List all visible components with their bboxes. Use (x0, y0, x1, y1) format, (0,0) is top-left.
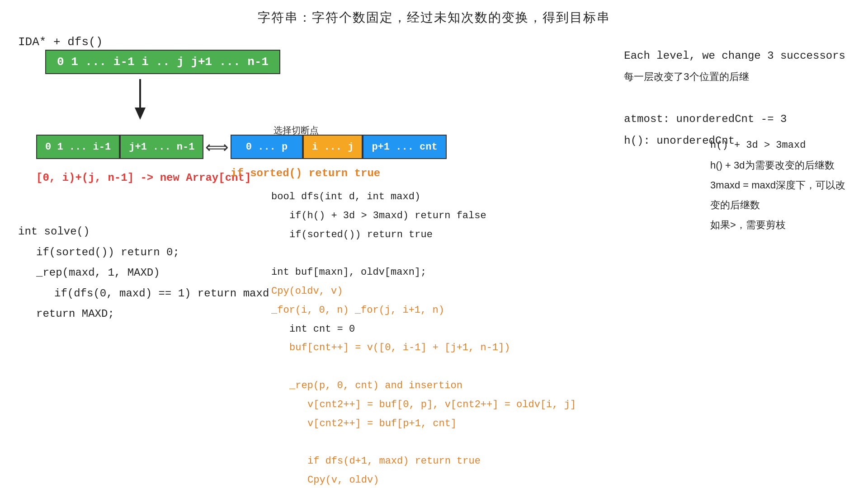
dfs-line2: if(sorted()) return true (271, 225, 576, 244)
top-array-segment: 0 1 ... i-1 i .. j j+1 ... n-1 (45, 50, 280, 74)
bottom-right-seg1: 0 ... p (231, 135, 303, 159)
diagram-area: 0 1 ... i-1 i .. j j+1 ... n-1 (45, 50, 280, 74)
right-header-line2: 每一层改变了3个位置的后继 (624, 67, 845, 87)
dfs-line7: buf[cnt++] = v([0, i-1] + [j+1, n-1]) (271, 338, 576, 357)
dfs-line10: v[cnt2++] = buf[p+1, cnt] (271, 414, 576, 433)
page-title: 字符串：字符个数固定，经过未知次数的变换，得到目标串 (18, 9, 850, 26)
right-col-line1: h() + 3d > 3maxd (710, 136, 845, 155)
red-array-label: [0, i)+(j, n-1] -> new Array[cnt] (36, 172, 251, 184)
bottom-left-seg1: 0 1 ... i-1 (36, 135, 120, 159)
bottom-left-area: 0 1 ... i-1 j+1 ... n-1 (36, 135, 203, 159)
right-col-line5: 如果>，需要剪枝 (710, 215, 845, 235)
double-arrow: ⟺ (205, 138, 229, 158)
bottom-left-seg2: j+1 ... n-1 (120, 135, 203, 159)
dfs-blank2 (271, 357, 576, 376)
dfs-line5: _for(i, 0, n) _for(j, i+1, n) (271, 301, 576, 320)
dfs-blank1 (271, 244, 576, 263)
dfs-line3: int buf[maxn], oldv[maxn]; (271, 263, 576, 282)
right-col: h() + 3d > 3maxd h() + 3d为需要改变的后继数 3maxd… (710, 136, 845, 235)
solve-line1: int solve() (18, 221, 269, 242)
dfs-line1: if(h() + 3d > 3maxd) return false (271, 206, 576, 225)
dfs-line9: v[cnt2++] = buf[0, p], v[cnt2++] = oldv[… (271, 395, 576, 414)
dfs-line12: Cpy(v, oldv) (271, 471, 576, 488)
dfs-line-header: bool dfs(int d, int maxd) (271, 188, 576, 206)
bottom-right-seg3: p+1 ... cnt (363, 135, 446, 159)
top-array-row: 0 1 ... i-1 i .. j j+1 ... n-1 (45, 50, 280, 74)
dfs-line6: int cnt = 0 (271, 320, 576, 339)
page-container: 字符串：字符个数固定，经过未知次数的变换，得到目标串 IDA* + dfs() … (0, 0, 868, 488)
dfs-code-block: bool dfs(int d, int maxd) if(h() + 3d > … (271, 188, 576, 488)
bottom-right-array: 0 ... p i ... j p+1 ... cnt (231, 135, 447, 159)
bottom-right-area: 0 ... p i ... j p+1 ... cnt (231, 135, 447, 159)
right-header-line3: atmost: unorderedCnt -= 3 (624, 108, 845, 130)
bottom-right-seg2: i ... j (303, 135, 363, 159)
svg-marker-1 (135, 108, 146, 120)
right-header-blank (624, 87, 845, 108)
dfs-blank3 (271, 433, 576, 452)
bottom-left-array: 0 1 ... i-1 j+1 ... n-1 (36, 135, 203, 159)
solve-line4: if(dfs(0, maxd) == 1) return maxd (18, 283, 269, 304)
dfs-line11: if dfs(d+1, maxd) return true (271, 452, 576, 471)
right-header-line1: Each level, we change 3 successors (624, 45, 845, 67)
right-col-line2: h() + 3d为需要改变的后继数 (710, 155, 845, 175)
orange-sorted-label: if sorted() return true (231, 167, 380, 179)
solve-line5: return MAXD; (18, 304, 269, 324)
right-col-line4: 变的后继数 (710, 195, 845, 215)
dfs-line8: _rep(p, 0, cnt) and insertion (271, 376, 576, 395)
solve-line3: _rep(maxd, 1, MAXD) (18, 263, 269, 283)
dfs-line4: Cpy(oldv, v) (271, 282, 576, 301)
right-col-line3: 3maxd = maxd深度下，可以改 (710, 175, 845, 195)
solve-line2: if(sorted()) return 0; (18, 242, 269, 263)
solve-code-block: int solve() if(sorted()) return 0; _rep(… (18, 221, 269, 324)
down-arrow (131, 77, 149, 124)
